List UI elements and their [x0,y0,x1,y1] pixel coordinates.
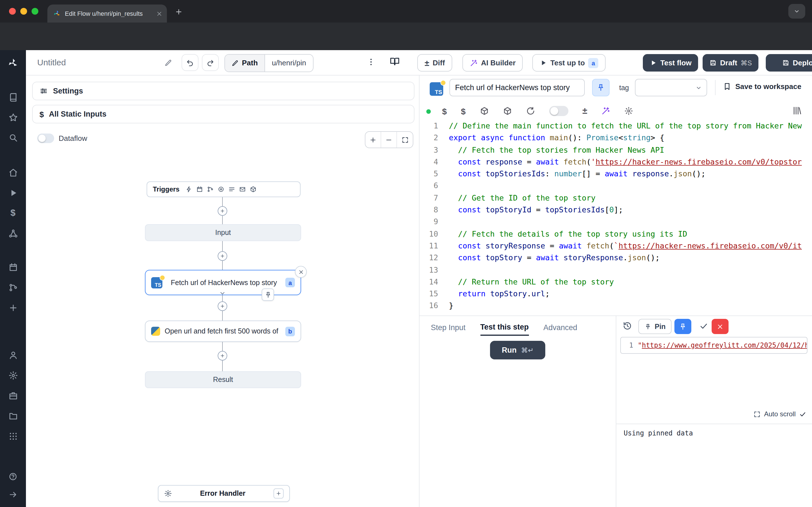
add-step-button[interactable] [218,301,227,311]
window-close-button[interactable] [9,8,16,15]
mail-trigger-icon[interactable] [239,186,246,193]
delete-step-button[interactable] [295,266,307,278]
sidebar-item-search-icon[interactable] [0,127,26,148]
cancel-button[interactable] [712,319,728,334]
diff-button[interactable]: ±Diff [417,54,452,71]
sidebar-item-book-icon[interactable] [0,87,26,107]
more-options-icon[interactable] [366,57,375,66]
sidebar-item-arrow-right-icon[interactable] [0,485,26,505]
sidebar-item-star-icon[interactable] [0,107,26,127]
fit-view-button[interactable] [397,132,413,148]
windmill-logo[interactable] [0,55,26,71]
triggers-node[interactable]: Triggers [147,181,301,197]
undo-button[interactable] [182,54,199,71]
pin-button[interactable]: Pin [638,319,672,334]
app-sidebar: $ [0,50,26,507]
pin-active-button[interactable] [674,319,691,334]
ai-builder-button[interactable]: AI Builder [462,54,523,71]
code-editor[interactable]: 1// Define the main function to fetch th… [419,120,812,316]
zoom-in-button[interactable] [365,132,381,148]
draft-button[interactable]: Draft⌘S [703,54,759,71]
sliders-icon [40,87,48,95]
add-step-button[interactable] [218,351,227,360]
add-error-handler-button[interactable] [273,489,284,499]
settings-row[interactable]: Settings [32,82,414,100]
flow-panel: Settings $ All Static Inputs Dataflow Tr… [26,75,419,507]
error-handler-node[interactable]: Error Handler [158,485,290,502]
code-line: 8 const topStoryId = topStoriesIds[0]; [419,204,812,216]
sidebar-item-calendar-icon[interactable] [0,257,26,277]
browser-tab[interactable]: Edit Flow u/henri/pin_results [47,4,167,22]
sidebar-item-play-icon[interactable] [0,182,26,203]
expand-step-icon[interactable] [219,290,226,297]
box-icon[interactable] [503,107,512,115]
queue-trigger-icon[interactable] [229,186,236,193]
tab-search-button[interactable] [788,4,805,18]
tag-label: tag [619,84,629,92]
sidebar-item-gear-icon[interactable] [0,365,26,385]
step-node-badge: b [285,327,295,336]
target-trigger-icon[interactable] [218,186,225,193]
pinned-data-editor[interactable]: 1 "https://www.geoffreylitt.com/2025/04/… [620,337,808,354]
sidebar-item-branch-icon[interactable] [0,277,26,297]
window-minimize-button[interactable] [20,8,27,15]
zoom-out-button[interactable] [381,132,397,148]
tab-close-icon[interactable] [156,10,162,17]
test-up-to-button[interactable]: Test up to a [532,54,606,71]
canvas-zoom-controls [365,131,413,148]
bolt-trigger-icon[interactable] [186,186,193,193]
new-tab-button[interactable] [171,4,186,19]
wand-icon[interactable] [601,107,610,115]
save-to-workspace-button[interactable]: Save to workspace [723,82,801,91]
plusminus-icon[interactable]: ± [582,107,587,115]
dataflow-toggle[interactable] [37,133,54,143]
tab-advanced[interactable]: Advanced [543,319,577,336]
add-step-button[interactable] [218,206,227,216]
sidebar-item-user-icon[interactable] [0,345,26,365]
calendar-trigger-icon[interactable] [197,186,203,193]
window-zoom-button[interactable] [32,8,38,15]
tab-test-this-step[interactable]: Test this step [480,319,529,336]
pin-toggle-button[interactable] [592,79,610,96]
sidebar-item-dollar-icon[interactable]: $ [0,203,26,223]
static-inputs-row[interactable]: $ All Static Inputs [32,105,414,123]
step-node-b[interactable]: Open url and fetch first 500 words of ..… [145,321,301,342]
library-icon[interactable] [792,106,802,115]
box-trigger-icon[interactable] [250,186,257,193]
history-icon[interactable] [622,321,632,331]
sidebar-item-help-icon[interactable] [0,466,26,487]
tag-select[interactable] [635,79,707,96]
add-step-button[interactable] [218,251,227,261]
dollar-icon[interactable]: $ [461,107,466,115]
sidebar-item-folder-icon[interactable] [0,406,26,426]
pin-chip[interactable] [262,288,274,301]
redo-button[interactable] [202,54,219,71]
gear-icon[interactable] [624,107,633,115]
editor-toggle[interactable] [549,106,568,116]
result-node[interactable]: Result [145,371,301,388]
auto-scroll-control[interactable]: Auto scroll [753,410,806,418]
rename-flow-icon[interactable] [165,59,172,66]
tab-step-input[interactable]: Step Input [431,319,465,336]
input-node[interactable]: Input [145,224,301,241]
accept-icon[interactable] [699,322,708,331]
test-flow-button[interactable]: Test flow [643,54,698,71]
sidebar-item-hub-icon[interactable] [0,223,26,243]
box-icon[interactable] [479,107,489,115]
code-line: 3 // Fetch the top stories from Hacker N… [419,144,812,156]
code-line: 2export async function main(): Promise<s… [419,132,812,144]
run-button[interactable]: Run⌘↵ [490,341,545,359]
deploy-button[interactable]: Deploy [766,54,812,71]
sidebar-item-home-icon[interactable] [0,162,26,182]
refresh-icon[interactable] [526,107,535,115]
sidebar-item-briefcase-icon[interactable] [0,385,26,406]
step-summary-input[interactable] [449,79,585,96]
play-icon [540,59,547,66]
dollar-icon[interactable]: $ [442,107,447,115]
path-button[interactable]: Path u/henri/pin [224,54,313,72]
sidebar-item-grid-icon[interactable] [0,426,26,446]
docs-icon[interactable] [390,56,400,66]
sidebar-item-plus-icon[interactable] [0,297,26,318]
typescript-icon: TS [151,277,162,288]
branch-trigger-icon[interactable] [207,186,214,193]
